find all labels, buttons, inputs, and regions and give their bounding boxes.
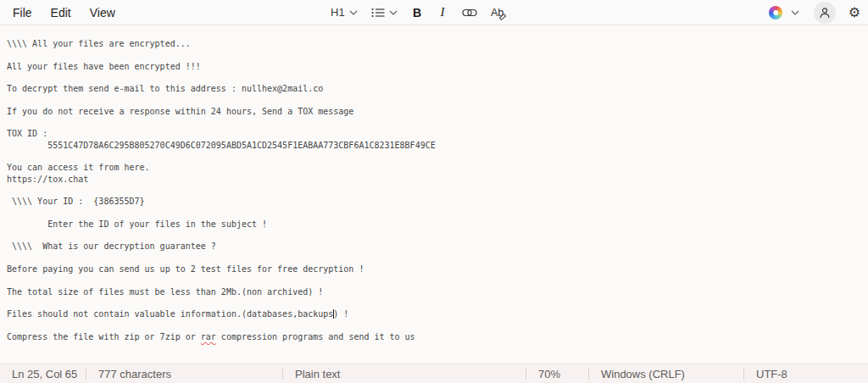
heading-label: H1 bbox=[331, 6, 345, 19]
editor-line bbox=[7, 208, 868, 219]
bold-button[interactable]: B bbox=[406, 3, 428, 23]
formatting-toolbar: H1 B I Ab bbox=[326, 0, 509, 25]
list-dropdown[interactable] bbox=[366, 3, 403, 23]
editor-line: TOX ID : bbox=[7, 129, 868, 140]
editor-line: To decrypt them send e-mail to this addr… bbox=[7, 84, 868, 95]
bold-icon: B bbox=[413, 6, 421, 19]
menu-edit[interactable]: Edit bbox=[42, 0, 81, 25]
titlebar-right-icons: ⚙ bbox=[764, 0, 864, 25]
status-document-type: Plain text bbox=[282, 368, 526, 380]
chevron-down-icon bbox=[791, 10, 799, 15]
editor-content: \\\\ All your files are encrypted...All … bbox=[7, 39, 868, 343]
italic-button[interactable]: I bbox=[431, 3, 453, 23]
editor-line bbox=[7, 152, 868, 163]
editor-line: If you do not receive a response within … bbox=[7, 107, 868, 118]
editor-line bbox=[7, 230, 868, 241]
editor-line bbox=[7, 320, 868, 331]
menu-bar: File Edit View bbox=[0, 0, 125, 25]
status-cursor-position: Ln 25, Col 65 bbox=[0, 368, 86, 380]
status-character-count: 777 characters bbox=[86, 368, 282, 380]
menu-file[interactable]: File bbox=[3, 0, 42, 25]
chevron-down-icon bbox=[349, 10, 358, 15]
editor-line: \\\\ What is our decryption guarantee ? bbox=[7, 241, 868, 253]
editor-line bbox=[7, 95, 868, 106]
editor-line: The total size of files must be less tha… bbox=[7, 287, 868, 298]
settings-button[interactable]: ⚙ bbox=[845, 2, 864, 24]
editor-line: \\\\ Your ID : {386355D7} bbox=[7, 197, 868, 208]
chevron-down-icon bbox=[389, 10, 398, 15]
editor-line bbox=[7, 186, 868, 197]
editor-line bbox=[7, 118, 868, 129]
editor-line: All your files have been encrypted !!! bbox=[7, 62, 868, 73]
heading-dropdown[interactable]: H1 bbox=[326, 3, 363, 23]
link-button[interactable] bbox=[457, 3, 482, 23]
status-zoom-level: 70% bbox=[526, 368, 588, 380]
editor-line bbox=[7, 73, 868, 84]
editor-line: Files should not contain valuable inform… bbox=[7, 309, 868, 320]
link-icon bbox=[462, 8, 477, 17]
editor-line: You can access it from here. bbox=[7, 163, 868, 174]
clear-formatting-button[interactable]: Ab bbox=[486, 3, 509, 23]
editor-line bbox=[7, 50, 868, 61]
editor-line: Before paying you can send us up to 2 te… bbox=[7, 264, 868, 275]
editor-line: https://tox.chat bbox=[7, 175, 868, 186]
text-caret bbox=[333, 309, 334, 319]
copilot-dropdown[interactable] bbox=[764, 2, 804, 24]
person-icon bbox=[819, 7, 831, 19]
status-bar: Ln 25, Col 65 777 characters Plain text … bbox=[0, 364, 868, 383]
notepad-window: { "menu": { "items": [ { "label": "File"… bbox=[0, 0, 868, 383]
account-button[interactable] bbox=[814, 2, 836, 24]
editor-line bbox=[7, 253, 868, 264]
copilot-icon bbox=[769, 6, 782, 19]
titlebar: File Edit View H1 B I bbox=[0, 0, 868, 25]
bulleted-list-icon bbox=[371, 8, 385, 18]
gear-icon: ⚙ bbox=[849, 5, 860, 19]
misspelled-word: rar bbox=[201, 332, 216, 341]
status-line-ending: Windows (CRLF) bbox=[588, 368, 743, 380]
text-editor[interactable]: \\\\ All your files are encrypted...All … bbox=[0, 26, 868, 364]
clear-formatting-icon: Ab bbox=[491, 7, 504, 19]
italic-icon: I bbox=[441, 5, 445, 19]
editor-line: Enter the ID of your files in the subjec… bbox=[7, 219, 868, 230]
editor-line: \\\\ All your files are encrypted... bbox=[7, 39, 868, 50]
editor-line: 5551C47D78A6C295B805270C49D6C072095ABD5A… bbox=[7, 141, 868, 152]
menu-view[interactable]: View bbox=[81, 0, 125, 25]
editor-line: Compress the file with zip or 7zip or ra… bbox=[7, 332, 868, 343]
status-encoding: UTF-8 bbox=[743, 368, 868, 380]
editor-line bbox=[7, 298, 868, 309]
editor-line bbox=[7, 275, 868, 286]
